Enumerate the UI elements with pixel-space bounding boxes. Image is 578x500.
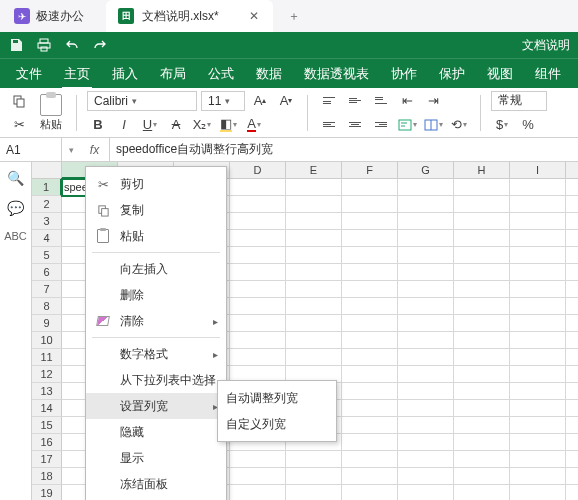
merge-cells-icon[interactable]: ▾ <box>422 115 444 135</box>
cell-H4[interactable] <box>454 230 510 247</box>
cell-I17[interactable] <box>510 451 566 468</box>
cell-I11[interactable] <box>510 349 566 366</box>
cell-E8[interactable] <box>286 298 342 315</box>
cell-G10[interactable] <box>398 332 454 349</box>
submenu-auto-fit[interactable]: 自动调整列宽 <box>218 385 336 411</box>
ctx-delete[interactable]: 删除 <box>86 282 226 308</box>
close-tab-button[interactable]: ✕ <box>247 9 261 23</box>
cell-D5[interactable] <box>230 247 286 264</box>
cell-G14[interactable] <box>398 400 454 417</box>
spellcheck-icon[interactable]: ABC <box>4 230 27 242</box>
cell-H16[interactable] <box>454 434 510 451</box>
menu-协作[interactable]: 协作 <box>381 61 427 87</box>
row-header-8[interactable]: 8 <box>32 298 62 315</box>
cell-H15[interactable] <box>454 417 510 434</box>
cell-D18[interactable] <box>230 468 286 485</box>
column-header-J[interactable]: J <box>566 162 578 179</box>
cell-H7[interactable] <box>454 281 510 298</box>
row-header-19[interactable]: 19 <box>32 485 62 500</box>
menu-数据[interactable]: 数据 <box>246 61 292 87</box>
search-icon[interactable]: 🔍 <box>7 170 24 186</box>
cell-E1[interactable] <box>286 179 342 196</box>
cell-J7[interactable] <box>566 281 578 298</box>
cell-G8[interactable] <box>398 298 454 315</box>
cell-H6[interactable] <box>454 264 510 281</box>
cut-icon[interactable]: ✂ <box>8 115 30 135</box>
comment-icon[interactable]: 💬 <box>7 200 24 216</box>
row-header-4[interactable]: 4 <box>32 230 62 247</box>
row-header-1[interactable]: 1 <box>32 179 62 196</box>
cell-J9[interactable] <box>566 315 578 332</box>
cell-E2[interactable] <box>286 196 342 213</box>
select-all-corner[interactable] <box>32 162 62 179</box>
cell-E5[interactable] <box>286 247 342 264</box>
menu-主页[interactable]: 主页 <box>54 61 100 87</box>
number-format-select[interactable]: 常规 <box>491 91 547 111</box>
menu-文件[interactable]: 文件 <box>6 61 52 87</box>
ctx-paste[interactable]: 粘贴 <box>86 223 226 249</box>
column-header-D[interactable]: D <box>230 162 286 179</box>
cell-I18[interactable] <box>510 468 566 485</box>
cell-G4[interactable] <box>398 230 454 247</box>
cell-I14[interactable] <box>510 400 566 417</box>
cell-E4[interactable] <box>286 230 342 247</box>
row-header-6[interactable]: 6 <box>32 264 62 281</box>
cell-J8[interactable] <box>566 298 578 315</box>
cell-J11[interactable] <box>566 349 578 366</box>
cell-G16[interactable] <box>398 434 454 451</box>
cell-F4[interactable] <box>342 230 398 247</box>
cell-D19[interactable] <box>230 485 286 500</box>
cell-I6[interactable] <box>510 264 566 281</box>
cell-D11[interactable] <box>230 349 286 366</box>
cell-G19[interactable] <box>398 485 454 500</box>
save-icon[interactable] <box>8 37 24 53</box>
menu-布局[interactable]: 布局 <box>150 61 196 87</box>
cell-G18[interactable] <box>398 468 454 485</box>
cell-D9[interactable] <box>230 315 286 332</box>
cell-I19[interactable] <box>510 485 566 500</box>
cell-F15[interactable] <box>342 417 398 434</box>
cell-H17[interactable] <box>454 451 510 468</box>
undo-icon[interactable] <box>64 37 80 53</box>
column-header-H[interactable]: H <box>454 162 510 179</box>
cell-H18[interactable] <box>454 468 510 485</box>
new-tab-button[interactable]: ＋ <box>279 8 309 25</box>
italic-button[interactable]: I <box>113 115 135 135</box>
row-header-10[interactable]: 10 <box>32 332 62 349</box>
cell-G11[interactable] <box>398 349 454 366</box>
align-middle-icon[interactable] <box>344 91 366 111</box>
formula-input[interactable]: speedoffice自动调整行高列宽 <box>110 138 578 161</box>
namebox-expand-icon[interactable]: ▾ <box>62 138 80 161</box>
app-tab[interactable]: ✈ 极速办公 <box>0 0 98 32</box>
cell-J19[interactable] <box>566 485 578 500</box>
cell-E11[interactable] <box>286 349 342 366</box>
cell-H14[interactable] <box>454 400 510 417</box>
cell-J18[interactable] <box>566 468 578 485</box>
column-header-E[interactable]: E <box>286 162 342 179</box>
cell-E6[interactable] <box>286 264 342 281</box>
cell-I3[interactable] <box>510 213 566 230</box>
column-header-F[interactable]: F <box>342 162 398 179</box>
cell-F1[interactable] <box>342 179 398 196</box>
align-bottom-icon[interactable] <box>370 91 392 111</box>
name-box[interactable]: A1 <box>0 138 62 161</box>
cell-F13[interactable] <box>342 383 398 400</box>
cell-H3[interactable] <box>454 213 510 230</box>
cell-E19[interactable] <box>286 485 342 500</box>
fx-icon[interactable]: fx <box>80 138 110 161</box>
font-color-button[interactable]: A▾ <box>243 115 265 135</box>
redo-icon[interactable] <box>92 37 108 53</box>
ctx-cut[interactable]: ✂剪切 <box>86 171 226 197</box>
ctx-copy[interactable]: 复制 <box>86 197 226 223</box>
cell-D2[interactable] <box>230 196 286 213</box>
cell-E9[interactable] <box>286 315 342 332</box>
cell-F14[interactable] <box>342 400 398 417</box>
cell-G9[interactable] <box>398 315 454 332</box>
cell-F11[interactable] <box>342 349 398 366</box>
cell-G6[interactable] <box>398 264 454 281</box>
orientation-icon[interactable]: ⟲▾ <box>448 115 470 135</box>
increase-indent-icon[interactable]: ⇥ <box>422 91 444 111</box>
cell-D10[interactable] <box>230 332 286 349</box>
column-header-I[interactable]: I <box>510 162 566 179</box>
font-size-select[interactable]: 11▾ <box>201 91 245 111</box>
